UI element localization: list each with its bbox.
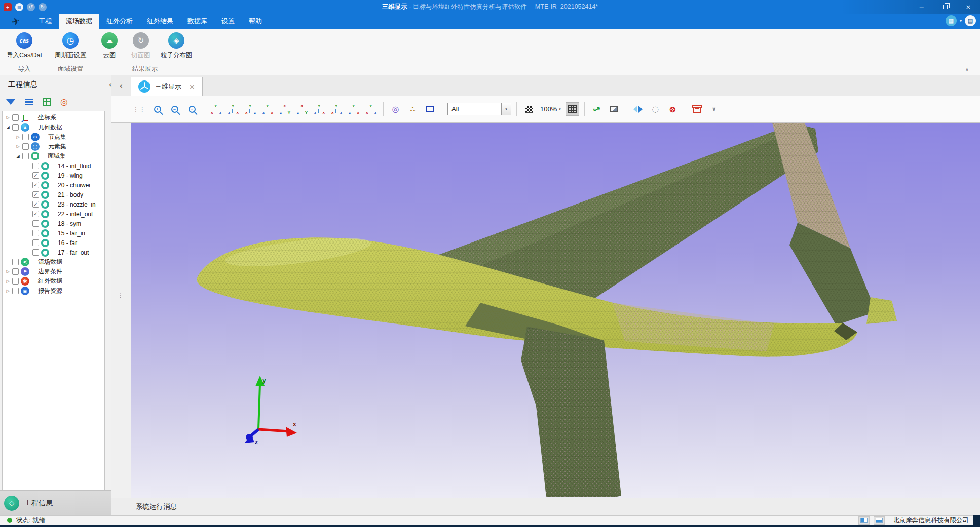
tree-item[interactable]: <流场数据 <box>3 257 104 267</box>
menu-item-settings[interactable]: 设置 <box>214 14 242 29</box>
mirror-button[interactable] <box>631 102 645 116</box>
transparency-button[interactable] <box>522 102 536 116</box>
checkbox[interactable] <box>32 220 39 227</box>
checkbox[interactable] <box>12 278 19 285</box>
view-top-button[interactable]: XzY <box>278 102 292 116</box>
tree-item[interactable]: ✓20 - chuiwei <box>3 180 104 190</box>
checkbox[interactable]: ✓ <box>32 211 39 217</box>
menu-item-help[interactable]: 帮助 <box>242 14 269 29</box>
display-filter-combo[interactable]: All▾ <box>447 103 511 115</box>
expander-icon[interactable]: ▷ <box>5 289 11 293</box>
view-back-button[interactable]: Yzx <box>227 102 240 116</box>
tree-item[interactable]: ✓21 - body <box>3 190 104 199</box>
splitter-handle-icon[interactable]: ⋮ <box>117 291 124 299</box>
tree-item[interactable]: ▷⚑边界条件 <box>3 267 104 276</box>
locate-icon[interactable]: ◎ <box>60 98 68 106</box>
tab-3d-display[interactable]: 三维显示 × <box>131 77 203 96</box>
checkbox[interactable] <box>12 124 19 131</box>
tree-item[interactable]: 18 - sym <box>3 219 104 228</box>
combo-dropdown-icon[interactable]: ▾ <box>501 103 511 115</box>
zoom-fit-button[interactable]: ▫ <box>185 102 199 116</box>
periodic-face-button[interactable]: ◷ 周期面设置 <box>52 31 89 60</box>
expander-icon[interactable]: ▷ <box>5 279 11 283</box>
checkbox[interactable] <box>32 230 39 236</box>
view-bottom-button[interactable]: XzY <box>295 102 309 116</box>
checkbox[interactable] <box>32 163 39 169</box>
tree-item[interactable]: ✓19 - wing <box>3 171 104 180</box>
view-iso-3-button[interactable]: Yzx <box>347 102 361 116</box>
panel-collapse-button[interactable]: ‹ <box>105 79 116 89</box>
import-casdat-button[interactable]: cas 导入Cas/Dat <box>3 31 46 60</box>
orbit-sphere-button[interactable]: ◌ <box>649 102 662 116</box>
tree-item[interactable]: ◢面域集 <box>3 151 104 161</box>
zoom-out-button[interactable]: − <box>168 102 181 116</box>
particle-distribution-button[interactable]: ◈ 粒子分布图 <box>158 31 195 60</box>
particle-network-button[interactable]: ∴ <box>406 102 420 116</box>
toolbar-drag-handle[interactable]: ⋮⋮ <box>133 106 146 113</box>
tree-item[interactable]: ▷▣报告资源 <box>3 286 104 296</box>
view-right-button[interactable]: Yzx <box>261 102 275 116</box>
viewpoint-camera-button[interactable]: ◎ <box>389 102 402 116</box>
filter-icon[interactable] <box>6 99 15 105</box>
zoom-in-button[interactable]: + <box>150 102 164 116</box>
checkbox[interactable] <box>32 239 39 246</box>
panel-bottom-bar[interactable]: ◇ 工程信息 <box>0 490 111 515</box>
expander-icon[interactable]: ▷ <box>15 135 21 139</box>
menu-item-ir-results[interactable]: 红外结果 <box>140 14 180 29</box>
tree-item[interactable]: 17 - far_out <box>3 248 104 257</box>
grid-view-icon[interactable] <box>43 98 51 106</box>
tree-item[interactable]: ▷↔节点集 <box>3 132 104 142</box>
ribbon-collapse-icon[interactable]: ∧ <box>965 67 969 72</box>
contour-map-button[interactable]: ☁ 云图 <box>95 31 124 60</box>
redo-icon[interactable]: ↻ <box>39 3 47 11</box>
viewport-3d[interactable]: y x z <box>131 123 980 498</box>
checkbox[interactable] <box>22 153 29 159</box>
menu-item-ir-analysis[interactable]: 红外分析 <box>99 14 140 29</box>
restore-button[interactable] <box>933 0 957 14</box>
checkbox[interactable] <box>12 259 19 265</box>
zoom-level-dropdown[interactable]: 100%▾ <box>539 105 562 113</box>
expander-icon[interactable]: ▷ <box>5 269 11 274</box>
snapshot-button[interactable] <box>607 102 621 116</box>
view-left-button[interactable]: Yxz <box>244 102 257 116</box>
expander-icon[interactable]: ▷ <box>5 115 11 120</box>
tab-close-icon[interactable]: × <box>189 83 195 91</box>
tree-item[interactable]: ▷◌元素集 <box>3 142 104 151</box>
more-caret-button[interactable]: ∨ <box>707 102 721 116</box>
export-view-button[interactable]: ↪ <box>590 102 604 116</box>
view-iso-1-button[interactable]: Yzx <box>313 102 326 116</box>
checkbox[interactable]: ✓ <box>32 201 39 208</box>
view-iso-2-button[interactable]: Yxz <box>330 102 344 116</box>
checkbox[interactable]: ✓ <box>32 182 39 188</box>
delete-button[interactable]: ⊗ <box>666 102 680 116</box>
layout-toggle-left-button[interactable] <box>858 516 870 525</box>
package-button[interactable] <box>690 102 704 116</box>
tree-item[interactable]: 15 - far_in <box>3 228 104 238</box>
checkbox[interactable] <box>12 114 19 121</box>
checkbox[interactable] <box>22 134 29 140</box>
layout-toggle-bottom-button[interactable] <box>874 516 885 525</box>
apps-icon[interactable]: ▦ <box>946 15 957 26</box>
checkbox[interactable] <box>32 249 39 256</box>
tree-item[interactable]: ◢▲几何数据 <box>3 123 104 132</box>
tree-item[interactable]: 16 - far <box>3 238 104 248</box>
tree-item[interactable]: 14 - int_fluid <box>3 161 104 171</box>
tree-item[interactable]: ▷坐标系 <box>3 113 104 123</box>
checkbox[interactable] <box>12 288 19 294</box>
tree-item[interactable]: ✓23 - nozzle_in <box>3 199 104 209</box>
close-button[interactable]: × <box>957 0 980 14</box>
undo-icon[interactable]: ↺ <box>27 3 35 11</box>
view-front-button[interactable]: Yxz <box>209 102 223 116</box>
expander-icon[interactable]: ▷ <box>15 144 21 149</box>
list-view-icon[interactable] <box>25 99 33 100</box>
new-document-icon[interactable]: ▤ <box>15 3 23 11</box>
tree-item[interactable]: ▷∗红外数据 <box>3 276 104 286</box>
menu-item-database[interactable]: 数据库 <box>180 14 214 29</box>
menu-caret-icon[interactable]: ▾ <box>960 19 962 23</box>
box-select-button[interactable] <box>423 102 437 116</box>
checkbox[interactable] <box>22 143 29 150</box>
checkbox[interactable]: ✓ <box>32 172 39 179</box>
view-iso-4-button[interactable]: Yxz <box>364 102 378 116</box>
mesh-toggle-button[interactable] <box>566 102 579 116</box>
menu-item-project[interactable]: 工程 <box>31 14 59 29</box>
